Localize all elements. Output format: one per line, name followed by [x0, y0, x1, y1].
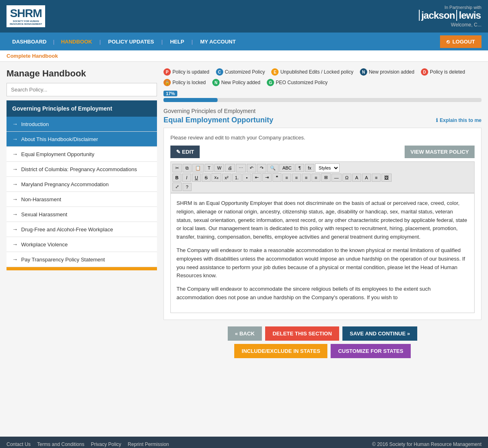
- tb-bg-color[interactable]: A: [362, 174, 371, 182]
- editor-content[interactable]: SHRM is an Equal Opportunity Employer th…: [170, 193, 475, 313]
- tb-print[interactable]: 🖨: [225, 164, 235, 172]
- bottom-actions: « BACK DELETE THIS SECTION SAVE AND CONT…: [163, 326, 481, 358]
- tb-ol[interactable]: 1.: [232, 174, 242, 182]
- logo-box: SHRM SOCIETY FOR HUMAN RESOURCE MANAGEME…: [7, 5, 45, 27]
- welcome-text: Welcome, C...: [418, 22, 481, 28]
- toolbar: ✂ ⧉ 📋 T W 🖨 ⋯ ↶ ↷ 🔍 ABC ¶ fx Styles: [170, 161, 475, 193]
- include-exclude-button[interactable]: INCLUDE/EXCLUDE IN STATES: [234, 344, 327, 358]
- legend: P Policy is updated C Customized Policy …: [163, 68, 481, 86]
- arrow-icon: →: [12, 151, 18, 157]
- tb-align-justify[interactable]: ≡: [312, 174, 320, 182]
- nav-policy-updates[interactable]: POLICY UPDATES: [102, 33, 160, 50]
- sidebar-item-workplace-violence[interactable]: → Workplace Violence: [7, 237, 157, 252]
- tb-paste-word[interactable]: W: [214, 164, 224, 172]
- nav-handbook[interactable]: HANDBOOK: [55, 33, 98, 50]
- partner-prefix: In Partnership with: [418, 5, 481, 10]
- editor-paragraph-3: The Company will endeavor to accommodate…: [176, 285, 468, 302]
- tb-blockquote[interactable]: ❝: [272, 173, 281, 182]
- tb-subscript[interactable]: x₂: [211, 173, 221, 182]
- delete-button[interactable]: DELETE THIS SECTION: [265, 326, 339, 341]
- tb-spellcheck[interactable]: ABC: [279, 164, 294, 172]
- search-input[interactable]: [7, 83, 157, 96]
- tb-align-right[interactable]: ≡: [302, 174, 311, 182]
- tb-hr[interactable]: —: [331, 174, 342, 182]
- tb-italic[interactable]: I: [182, 174, 191, 182]
- tb-special-char[interactable]: Ω: [342, 174, 351, 182]
- customize-states-button[interactable]: CUSTOMIZE FOR STATES: [331, 344, 410, 358]
- tb-strikethrough[interactable]: S: [202, 174, 211, 182]
- bottom-row-1: « BACK DELETE THIS SECTION SAVE AND CONT…: [228, 326, 417, 341]
- tb-paste-text[interactable]: T: [205, 164, 214, 172]
- breadcrumb: Complete Handbook: [0, 50, 488, 62]
- sidebar-item-dc-pregnancy[interactable]: → District of Columbia: Pregnancy Accomm…: [7, 162, 157, 177]
- save-button[interactable]: SAVE AND CONTINUE »: [342, 326, 417, 341]
- badge-e: E: [271, 68, 279, 76]
- tb-styles2[interactable]: ≡: [372, 174, 381, 182]
- tb-font-color[interactable]: A: [352, 174, 361, 182]
- sidebar-item-label: Maryland Pregnancy Accommodation: [21, 181, 109, 187]
- sidebar-item-eeo[interactable]: → Equal Employment Opportunity: [7, 147, 157, 162]
- tb-copy[interactable]: ⧉: [183, 164, 192, 172]
- sidebar-item-introduction[interactable]: → Introduction: [7, 117, 157, 132]
- footer-privacy[interactable]: Privacy Policy: [91, 441, 121, 447]
- tb-more[interactable]: ⋯: [236, 164, 246, 172]
- tb-align-left[interactable]: ≡: [282, 174, 291, 182]
- nav-help[interactable]: HELP: [164, 33, 190, 50]
- sidebar-item-label: Equal Employment Opportunity: [21, 151, 94, 157]
- tb-help[interactable]: ?: [183, 183, 192, 191]
- sidebar-item-non-harassment[interactable]: → Non-Harassment: [7, 192, 157, 207]
- tb-align-center[interactable]: ≡: [292, 174, 301, 182]
- nav-dashboard[interactable]: DASHBOARD: [7, 33, 52, 50]
- footer-links: Contact Us Terms and Conditions Privacy …: [7, 441, 169, 447]
- tb-table[interactable]: ⊞: [321, 173, 331, 182]
- sidebar-item-sexual-harassment[interactable]: → Sexual Harassment: [7, 207, 157, 222]
- edit-button[interactable]: ✎ EDIT: [170, 146, 200, 158]
- explain-link[interactable]: ℹ Explain this to me: [436, 117, 481, 123]
- tb-find[interactable]: 🔍: [267, 164, 279, 172]
- main-content: Manage Handbook Governing Principles of …: [0, 62, 488, 437]
- sidebar-item-md-pregnancy[interactable]: → Maryland Pregnancy Accommodation: [7, 177, 157, 192]
- badge-n2: N: [212, 79, 220, 86]
- tb-source[interactable]: fx: [305, 164, 314, 172]
- logout-button[interactable]: ⎋ LOGOUT: [440, 35, 481, 48]
- legend-label-p: Policy is updated: [172, 69, 209, 75]
- sidebar-item-about[interactable]: → About This Handbook/Disclaimer: [7, 132, 157, 147]
- sidebar-item-label: About This Handbook/Disclaimer: [21, 136, 98, 142]
- footer-terms[interactable]: Terms and Conditions: [37, 441, 84, 447]
- arrow-icon: →: [12, 121, 18, 127]
- tb-undo[interactable]: ↶: [247, 164, 256, 172]
- tb-ul[interactable]: •: [242, 174, 251, 182]
- breadcrumb-link[interactable]: Complete Handbook: [7, 53, 58, 59]
- tb-cut[interactable]: ✂: [172, 164, 182, 172]
- sidebar-item-drug-free[interactable]: → Drug-Free and Alcohol-Free Workplace: [7, 222, 157, 237]
- tb-bold[interactable]: B: [172, 174, 181, 182]
- section-heading-text: Equal Employment Opportunity: [163, 116, 273, 124]
- back-button[interactable]: « BACK: [228, 326, 262, 341]
- nav-my-account[interactable]: MY ACCOUNT: [194, 33, 241, 50]
- footer-contact[interactable]: Contact Us: [7, 441, 30, 447]
- badge-n: N: [360, 68, 367, 76]
- sidebar: Manage Handbook Governing Principles of …: [7, 68, 157, 430]
- sidebar-item-label: Drug-Free and Alcohol-Free Workplace: [21, 226, 113, 233]
- view-master-button[interactable]: VIEW MASTER POLICY: [405, 146, 475, 158]
- sidebar-item-pay-transparency[interactable]: → Pay Transparency Policy Statement: [7, 252, 157, 267]
- tb-underline[interactable]: U: [192, 174, 201, 182]
- tb-outdent[interactable]: ⇤: [252, 173, 261, 182]
- legend-item-p: P Policy is updated: [163, 68, 209, 76]
- tb-redo[interactable]: ↷: [257, 164, 266, 172]
- tb-styles-select[interactable]: Styles: [315, 163, 340, 172]
- tb-indent[interactable]: ⇥: [262, 173, 272, 182]
- legend-item-n: N New provision added: [360, 68, 414, 76]
- sidebar-item-label: Introduction: [21, 121, 49, 127]
- tb-paste[interactable]: 📋: [192, 164, 204, 172]
- footer-reprint[interactable]: Reprint Permission: [128, 441, 169, 447]
- info-icon: ℹ: [436, 117, 438, 123]
- legend-item-e: E Unpublished Edits / Locked policy: [271, 68, 353, 76]
- tb-format[interactable]: ¶: [295, 164, 304, 172]
- tb-fullscreen[interactable]: ⤢: [172, 183, 182, 191]
- tb-image[interactable]: 🖼: [381, 174, 392, 182]
- tb-superscript[interactable]: x²: [222, 174, 231, 182]
- legend-label-n: New provision added: [369, 69, 414, 75]
- toolbar-row-2: B I U S x₂ x² 1. • ⇤ ⇥ ❝ ≡ ≡ ≡ ≡ ⊞ —: [172, 173, 473, 182]
- sidebar-item-label: Workplace Violence: [21, 241, 68, 248]
